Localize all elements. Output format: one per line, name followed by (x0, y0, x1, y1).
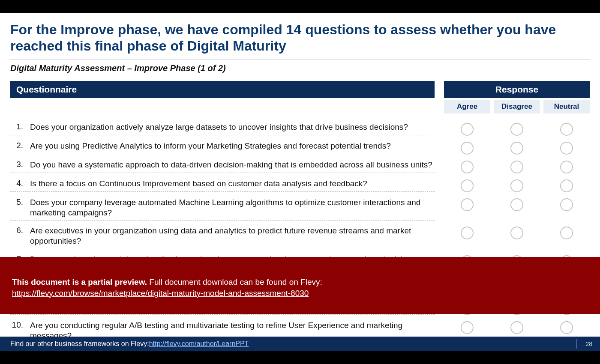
question-number: 2. (10, 141, 23, 151)
question-number: 4. (10, 179, 23, 189)
title-rule (10, 60, 590, 60)
radio-disagree[interactable] (510, 321, 523, 334)
radio-disagree[interactable] (510, 123, 523, 136)
slide-title: For the Improve phase, we have compiled … (10, 21, 590, 54)
question-number: 1. (10, 122, 23, 132)
footer-text: Find our other business frameworks on Fl… (10, 340, 149, 348)
header-questionnaire: Questionnaire (10, 81, 435, 98)
header-response: Response (444, 81, 590, 98)
question-row: 5.Does your company leverage automated M… (10, 195, 590, 224)
preview-overlay: This document is a partial preview. Full… (0, 257, 600, 314)
question-number: 3. (10, 160, 23, 170)
radio-neutral[interactable] (560, 123, 573, 136)
pageno-separator (576, 339, 577, 349)
question-text: Are executives in your organization usin… (30, 226, 435, 246)
radio-agree[interactable] (461, 198, 474, 211)
radio-agree[interactable] (461, 142, 474, 155)
radio-neutral[interactable] (560, 179, 573, 192)
radio-agree[interactable] (461, 321, 474, 334)
table-header-row: Questionnaire Response (10, 81, 590, 98)
radio-agree[interactable] (461, 179, 474, 192)
response-label-disagree: Disagree (494, 100, 540, 113)
response-label-neutral: Neutral (543, 100, 590, 113)
question-row: 1.Does your organization actively analyz… (10, 119, 590, 138)
radio-neutral[interactable] (560, 227, 573, 239)
overlay-lead-rest: Full document download can be found on F… (147, 277, 322, 286)
radio-agree[interactable] (461, 227, 474, 239)
question-row: 2.Are you using Predictive Analytics to … (10, 138, 590, 157)
radio-disagree[interactable] (510, 227, 523, 239)
response-label-row: Agree Disagree Neutral (10, 100, 590, 113)
radio-neutral[interactable] (560, 142, 573, 155)
question-text: Do you have a systematic approach to dat… (30, 160, 435, 170)
question-number: 6. (10, 226, 23, 246)
question-text: Is there a focus on Continuous Improveme… (30, 179, 435, 189)
page-number: 28 (585, 340, 592, 347)
radio-disagree[interactable] (510, 161, 523, 173)
slide-footer: Find our other business frameworks on Fl… (0, 337, 600, 351)
radio-neutral[interactable] (560, 321, 573, 334)
question-number: 5. (10, 197, 23, 218)
radio-neutral[interactable] (560, 161, 573, 173)
overlay-lead-bold: This document is a partial preview. (12, 277, 147, 286)
overlay-link[interactable]: https://flevy.com/browse/marketplace/dig… (12, 289, 309, 298)
question-row: 3.Do you have a systematic approach to d… (10, 157, 590, 176)
footer-link[interactable]: http://flevy.com/author/LearnPPT (149, 340, 249, 348)
question-text: Are you using Predictive Analytics to in… (30, 141, 435, 151)
radio-disagree[interactable] (510, 179, 523, 192)
radio-agree[interactable] (461, 161, 474, 173)
question-row: 6.Are executives in your organization us… (10, 223, 590, 252)
response-label-agree: Agree (444, 100, 490, 113)
radio-disagree[interactable] (510, 142, 523, 155)
radio-neutral[interactable] (560, 198, 573, 211)
slide: For the Improve phase, we have compiled … (0, 13, 600, 351)
page-container: For the Improve phase, we have compiled … (0, 0, 600, 364)
radio-agree[interactable] (461, 123, 474, 136)
question-text: Does your organization actively analyze … (30, 122, 435, 132)
radio-disagree[interactable] (510, 198, 523, 211)
question-row: 4.Is there a focus on Continuous Improve… (10, 176, 590, 195)
slide-subtitle: Digital Maturity Assessment – Improve Ph… (10, 63, 590, 73)
question-text: Does your company leverage automated Mac… (30, 197, 435, 218)
